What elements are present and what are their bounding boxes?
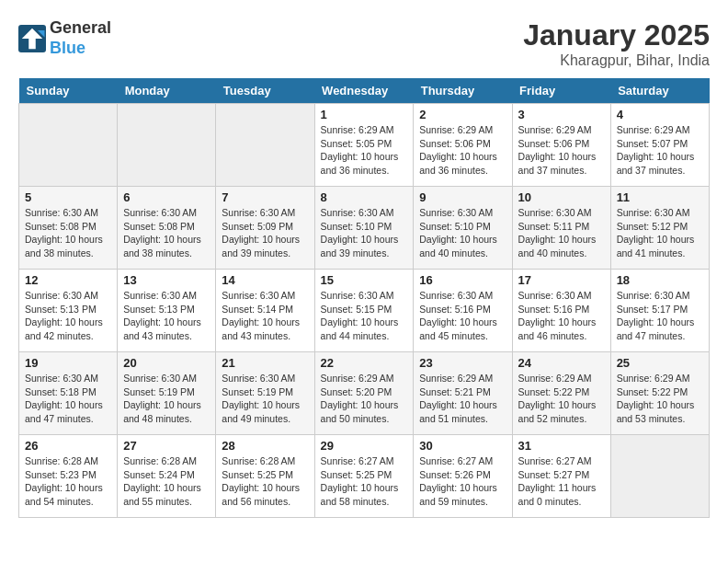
weekday-header: Tuesday (216, 78, 314, 104)
day-info: Sunrise: 6:28 AM Sunset: 5:23 PM Dayligh… (25, 454, 111, 509)
calendar-cell (118, 104, 216, 187)
day-info: Sunrise: 6:30 AM Sunset: 5:10 PM Dayligh… (321, 206, 408, 260)
day-info: Sunrise: 6:30 AM Sunset: 5:19 PM Dayligh… (222, 372, 308, 426)
day-number: 25 (617, 356, 703, 370)
day-number: 22 (321, 356, 408, 370)
day-number: 17 (518, 273, 605, 287)
calendar-cell: 25Sunrise: 6:29 AM Sunset: 5:22 PM Dayli… (610, 352, 709, 435)
calendar-cell: 20Sunrise: 6:30 AM Sunset: 5:19 PM Dayli… (118, 352, 216, 435)
calendar-cell: 11Sunrise: 6:30 AM Sunset: 5:12 PM Dayli… (610, 187, 709, 270)
day-number: 20 (123, 356, 210, 370)
calendar-cell: 3Sunrise: 6:29 AM Sunset: 5:06 PM Daylig… (512, 104, 610, 187)
calendar-cell: 24Sunrise: 6:29 AM Sunset: 5:22 PM Dayli… (512, 352, 610, 435)
calendar-cell: 15Sunrise: 6:30 AM Sunset: 5:15 PM Dayli… (314, 270, 414, 352)
day-info: Sunrise: 6:30 AM Sunset: 5:16 PM Dayligh… (518, 289, 605, 343)
calendar-cell: 31Sunrise: 6:27 AM Sunset: 5:27 PM Dayli… (512, 435, 610, 518)
day-info: Sunrise: 6:30 AM Sunset: 5:12 PM Dayligh… (617, 206, 703, 260)
page-header: General Blue January 2025 Kharagpur, Bih… (18, 18, 710, 69)
day-number: 1 (321, 108, 408, 121)
calendar-cell: 30Sunrise: 6:27 AM Sunset: 5:26 PM Dayli… (414, 435, 512, 518)
day-number: 3 (518, 108, 605, 121)
calendar-cell: 23Sunrise: 6:29 AM Sunset: 5:21 PM Dayli… (414, 352, 512, 435)
day-number: 4 (617, 108, 703, 121)
day-number: 30 (419, 439, 506, 453)
day-number: 31 (518, 439, 605, 453)
calendar-cell: 18Sunrise: 6:30 AM Sunset: 5:17 PM Dayli… (610, 270, 709, 352)
day-info: Sunrise: 6:27 AM Sunset: 5:25 PM Dayligh… (321, 454, 408, 509)
day-info: Sunrise: 6:30 AM Sunset: 5:19 PM Dayligh… (123, 372, 210, 426)
day-info: Sunrise: 6:29 AM Sunset: 5:20 PM Dayligh… (321, 372, 408, 426)
calendar-cell: 5Sunrise: 6:30 AM Sunset: 5:08 PM Daylig… (19, 187, 118, 270)
day-number: 28 (222, 439, 308, 453)
day-info: Sunrise: 6:30 AM Sunset: 5:14 PM Dayligh… (222, 289, 308, 343)
calendar-week-row: 12Sunrise: 6:30 AM Sunset: 5:13 PM Dayli… (19, 270, 710, 352)
day-info: Sunrise: 6:30 AM Sunset: 5:18 PM Dayligh… (25, 372, 111, 426)
calendar-cell (19, 104, 118, 187)
day-info: Sunrise: 6:30 AM Sunset: 5:10 PM Dayligh… (419, 206, 506, 260)
day-number: 5 (25, 190, 111, 204)
weekday-header-row: SundayMondayTuesdayWednesdayThursdayFrid… (19, 78, 710, 104)
calendar-cell: 6Sunrise: 6:30 AM Sunset: 5:08 PM Daylig… (118, 187, 216, 270)
weekday-header: Friday (512, 78, 610, 104)
day-info: Sunrise: 6:30 AM Sunset: 5:08 PM Dayligh… (123, 206, 210, 260)
calendar-cell (216, 104, 314, 187)
day-info: Sunrise: 6:30 AM Sunset: 5:08 PM Dayligh… (25, 206, 111, 260)
day-number: 29 (321, 439, 408, 453)
day-info: Sunrise: 6:29 AM Sunset: 5:22 PM Dayligh… (518, 372, 605, 426)
day-info: Sunrise: 6:29 AM Sunset: 5:06 PM Dayligh… (518, 123, 605, 178)
day-number: 9 (419, 190, 506, 204)
day-info: Sunrise: 6:29 AM Sunset: 5:05 PM Dayligh… (321, 123, 408, 178)
title-block: January 2025 Kharagpur, Bihar, India (523, 18, 710, 69)
day-info: Sunrise: 6:29 AM Sunset: 5:21 PM Dayligh… (419, 372, 506, 426)
calendar-cell (610, 435, 709, 518)
calendar-title: January 2025 (523, 18, 710, 52)
calendar-cell: 21Sunrise: 6:30 AM Sunset: 5:19 PM Dayli… (216, 352, 314, 435)
day-number: 10 (518, 190, 605, 204)
day-number: 24 (518, 356, 605, 370)
day-info: Sunrise: 6:30 AM Sunset: 5:16 PM Dayligh… (419, 289, 506, 343)
day-info: Sunrise: 6:30 AM Sunset: 5:11 PM Dayligh… (518, 206, 605, 260)
calendar-cell: 29Sunrise: 6:27 AM Sunset: 5:25 PM Dayli… (314, 435, 414, 518)
day-info: Sunrise: 6:30 AM Sunset: 5:17 PM Dayligh… (617, 289, 703, 343)
day-number: 13 (123, 273, 210, 287)
calendar-cell: 4Sunrise: 6:29 AM Sunset: 5:07 PM Daylig… (610, 104, 709, 187)
logo-icon (18, 25, 46, 52)
calendar-cell: 17Sunrise: 6:30 AM Sunset: 5:16 PM Dayli… (512, 270, 610, 352)
day-info: Sunrise: 6:27 AM Sunset: 5:26 PM Dayligh… (419, 454, 506, 509)
day-info: Sunrise: 6:29 AM Sunset: 5:22 PM Dayligh… (617, 372, 703, 426)
day-number: 11 (617, 190, 703, 204)
calendar-subtitle: Kharagpur, Bihar, India (523, 52, 710, 69)
calendar-cell: 26Sunrise: 6:28 AM Sunset: 5:23 PM Dayli… (19, 435, 118, 518)
day-info: Sunrise: 6:30 AM Sunset: 5:09 PM Dayligh… (222, 206, 308, 260)
weekday-header: Sunday (19, 78, 118, 104)
day-number: 2 (419, 108, 506, 121)
day-number: 26 (25, 439, 111, 453)
day-info: Sunrise: 6:27 AM Sunset: 5:27 PM Dayligh… (518, 454, 605, 509)
day-info: Sunrise: 6:28 AM Sunset: 5:25 PM Dayligh… (222, 454, 308, 509)
day-number: 14 (222, 273, 308, 287)
day-number: 15 (321, 273, 408, 287)
day-info: Sunrise: 6:28 AM Sunset: 5:24 PM Dayligh… (123, 454, 210, 509)
calendar-cell: 13Sunrise: 6:30 AM Sunset: 5:13 PM Dayli… (118, 270, 216, 352)
day-info: Sunrise: 6:30 AM Sunset: 5:13 PM Dayligh… (25, 289, 111, 343)
calendar-cell: 16Sunrise: 6:30 AM Sunset: 5:16 PM Dayli… (414, 270, 512, 352)
day-number: 21 (222, 356, 308, 370)
calendar-cell: 12Sunrise: 6:30 AM Sunset: 5:13 PM Dayli… (19, 270, 118, 352)
day-info: Sunrise: 6:29 AM Sunset: 5:06 PM Dayligh… (419, 123, 506, 178)
logo: General Blue (18, 18, 111, 58)
day-number: 6 (123, 190, 210, 204)
calendar-cell: 9Sunrise: 6:30 AM Sunset: 5:10 PM Daylig… (414, 187, 512, 270)
day-number: 12 (25, 273, 111, 287)
calendar-cell: 22Sunrise: 6:29 AM Sunset: 5:20 PM Dayli… (314, 352, 414, 435)
logo-line1: General (50, 18, 111, 39)
weekday-header: Wednesday (314, 78, 414, 104)
calendar-week-row: 5Sunrise: 6:30 AM Sunset: 5:08 PM Daylig… (19, 187, 710, 270)
weekday-header: Saturday (610, 78, 709, 104)
calendar-cell: 28Sunrise: 6:28 AM Sunset: 5:25 PM Dayli… (216, 435, 314, 518)
day-info: Sunrise: 6:30 AM Sunset: 5:13 PM Dayligh… (123, 289, 210, 343)
calendar-cell: 19Sunrise: 6:30 AM Sunset: 5:18 PM Dayli… (19, 352, 118, 435)
calendar-week-row: 19Sunrise: 6:30 AM Sunset: 5:18 PM Dayli… (19, 352, 710, 435)
day-number: 16 (419, 273, 506, 287)
day-number: 7 (222, 190, 308, 204)
logo-line2: Blue (50, 39, 111, 59)
